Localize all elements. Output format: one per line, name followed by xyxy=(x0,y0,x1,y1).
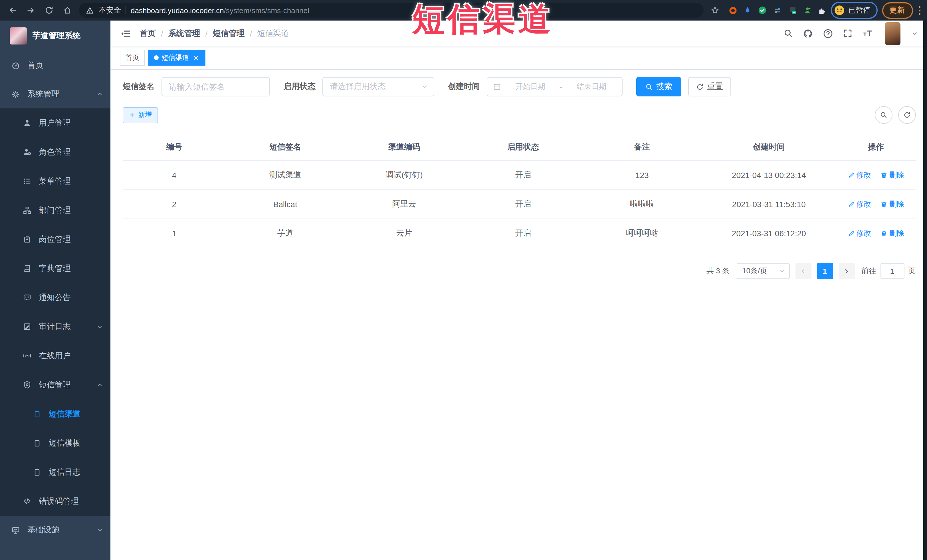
role-icon xyxy=(23,148,31,156)
refresh-table-button[interactable] xyxy=(898,106,916,124)
sign-input[interactable] xyxy=(161,77,270,96)
avatar[interactable] xyxy=(885,22,900,45)
window-scrollbar[interactable] xyxy=(923,21,927,560)
extension-blue-drop-icon[interactable] xyxy=(743,6,751,14)
back-button[interactable] xyxy=(6,3,20,17)
breadcrumb: 首页 / 系统管理 / 短信管理 / 短信渠道 xyxy=(140,28,289,38)
sidebar-logo[interactable]: 芋道管理系统 xyxy=(0,21,111,52)
star-icon xyxy=(710,6,719,15)
edit-link[interactable]: 修改 xyxy=(848,228,871,238)
search-icon xyxy=(880,111,887,119)
sidebar-item-audit-logs[interactable]: 审计日志 xyxy=(0,312,111,341)
refresh-icon xyxy=(903,111,910,119)
app-navbar: 首页 / 系统管理 / 短信管理 / 短信渠道 xyxy=(111,21,927,46)
edit-link[interactable]: 修改 xyxy=(848,199,871,209)
org-tree-icon xyxy=(23,206,31,214)
sidebar-item-label: 字典管理 xyxy=(39,263,103,273)
add-button[interactable]: 新增 xyxy=(123,107,158,123)
filter-form: 短信签名 启用状态 请选择启用状态 创建时间 xyxy=(123,77,916,96)
end-date-placeholder: 结束日期 xyxy=(567,82,616,92)
github-icon[interactable] xyxy=(802,28,813,38)
chevron-right-icon xyxy=(843,268,849,274)
home-button[interactable] xyxy=(61,3,74,17)
extensions-puzzle-icon[interactable] xyxy=(818,6,826,15)
forward-button[interactable] xyxy=(24,3,38,17)
tag-home[interactable]: 首页 xyxy=(120,50,145,65)
sidebar-item-users[interactable]: 用户管理 xyxy=(0,108,111,138)
browser-update-button[interactable]: 更新 xyxy=(882,2,913,18)
sidebar-item-label: 错误码管理 xyxy=(39,496,103,506)
breadcrumb-current: 短信渠道 xyxy=(257,28,289,38)
status-select[interactable]: 请选择启用状态 xyxy=(322,77,434,96)
trash-icon xyxy=(881,230,887,237)
create-time-range-picker[interactable]: 开始日期 - 结束日期 xyxy=(487,77,623,96)
sidebar-item-label: 首页 xyxy=(27,61,103,71)
paused-extension-badge[interactable]: 已暂停 xyxy=(831,2,877,19)
cell-sign: 芋道 xyxy=(226,219,345,248)
status-select-placeholder: 请选择启用状态 xyxy=(330,82,386,92)
sidebar-item-menus[interactable]: 菜单管理 xyxy=(0,167,111,196)
extension-green-check-icon[interactable] xyxy=(758,6,767,15)
address-bar[interactable]: 不安全 dashboard.yudao.iocoder.cn/system/sm… xyxy=(79,3,703,18)
breadcrumb-sms[interactable]: 短信管理 xyxy=(213,28,245,38)
edit-link-label: 修改 xyxy=(856,199,871,209)
extension-sprout-icon[interactable] xyxy=(803,6,811,14)
browser-menu-button[interactable] xyxy=(917,5,921,16)
column-header-code: 渠道编码 xyxy=(345,134,464,161)
sidebar-item-home[interactable]: 首页 xyxy=(0,52,111,80)
fullscreen-icon[interactable] xyxy=(843,29,852,38)
prev-page-button[interactable] xyxy=(795,263,811,279)
page-unit-label: 页 xyxy=(908,266,916,276)
delete-link[interactable]: 删除 xyxy=(881,228,904,238)
current-page-button[interactable]: 1 xyxy=(817,263,833,279)
sidebar-item-posts[interactable]: 岗位管理 xyxy=(0,225,111,254)
page-size-select[interactable]: 10条/页 xyxy=(736,263,789,279)
add-button-label: 新增 xyxy=(138,110,152,120)
search-button-label: 搜索 xyxy=(656,82,672,92)
help-icon[interactable] xyxy=(822,28,833,38)
edit-link[interactable]: 修改 xyxy=(848,170,871,180)
reload-button[interactable] xyxy=(42,3,56,17)
sidebar-item-label: 短信模板 xyxy=(49,438,103,448)
sidebar-item-sms-channel[interactable]: 短信渠道 xyxy=(0,399,111,428)
next-page-button[interactable] xyxy=(839,263,854,279)
search-button[interactable]: 搜索 xyxy=(636,77,681,96)
sidebar-fold-button[interactable] xyxy=(118,26,133,41)
sidebar-item-error-codes[interactable]: 错误码管理 xyxy=(0,487,111,516)
sidebar-item-announcements[interactable]: 通知公告 xyxy=(0,283,111,312)
breadcrumb-home[interactable]: 首页 xyxy=(140,28,156,38)
sidebar-item-dictionaries[interactable]: 字典管理 xyxy=(0,254,111,283)
chevron-down-icon[interactable] xyxy=(911,30,918,37)
sidebar-item-online-users[interactable]: 在线用户 xyxy=(0,341,111,370)
bookmark-star-button[interactable] xyxy=(708,3,722,17)
range-separator: - xyxy=(560,82,562,91)
home-icon xyxy=(63,6,72,15)
delete-link[interactable]: 删除 xyxy=(881,170,904,180)
sidebar-item-sms-log[interactable]: 短信日志 xyxy=(0,458,111,487)
search-icon xyxy=(645,83,653,90)
cell-remark: 123 xyxy=(583,161,702,190)
extension-orange-ring-icon[interactable] xyxy=(728,6,737,15)
goto-page-input[interactable] xyxy=(880,263,904,279)
cell-id: 4 xyxy=(123,161,226,190)
extension-sliders-icon[interactable] xyxy=(773,6,781,15)
sidebar-item-infrastructure[interactable]: 基础设施 xyxy=(0,516,111,544)
sidebar-item-departments[interactable]: 部门管理 xyxy=(0,196,111,225)
font-size-icon[interactable] xyxy=(862,29,873,38)
goto-label: 前往 xyxy=(862,266,876,276)
sidebar-item-label: 审计日志 xyxy=(39,322,89,332)
header-search-icon[interactable] xyxy=(783,29,793,38)
logo-image xyxy=(10,27,27,44)
sidebar-item-label: 短信管理 xyxy=(39,380,89,390)
sidebar-item-sms[interactable]: 短信管理 xyxy=(0,370,111,399)
sidebar-item-system[interactable]: 系统管理 xyxy=(0,80,111,108)
extension-on-badge-icon[interactable] xyxy=(788,6,797,15)
sidebar-item-sms-template[interactable]: 短信模板 xyxy=(0,428,111,458)
sidebar-item-roles[interactable]: 角色管理 xyxy=(0,138,111,167)
toggle-search-button[interactable] xyxy=(874,106,892,124)
breadcrumb-system[interactable]: 系统管理 xyxy=(168,28,200,38)
tag-sms-channel[interactable]: 短信渠道 xyxy=(148,50,205,65)
close-icon[interactable] xyxy=(192,54,200,62)
delete-link[interactable]: 删除 xyxy=(881,199,904,209)
reset-button[interactable]: 重置 xyxy=(688,77,731,96)
